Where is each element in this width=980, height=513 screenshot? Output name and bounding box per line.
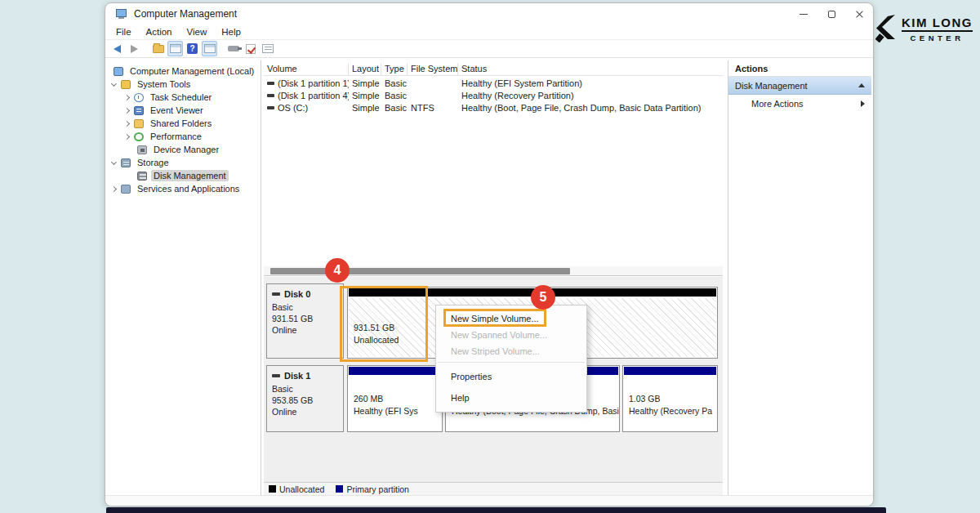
tree-item-services-applications[interactable]: Services and Applications — [105, 182, 261, 195]
actions-header: Actions — [728, 60, 871, 77]
menu-action[interactable]: Action — [139, 27, 180, 37]
tree-root-label: Computer Management (Local) — [127, 65, 256, 77]
menu-item-help[interactable]: Help — [436, 387, 586, 408]
tree-item-task-scheduler[interactable]: Task Scheduler — [105, 91, 261, 104]
volume-icon — [267, 82, 274, 85]
disk0-label[interactable]: Disk 0 Basic 931.51 GB Online — [266, 283, 344, 359]
help-button[interactable]: ? — [185, 41, 200, 56]
minimize-icon — [800, 14, 808, 15]
volume-fs: NTFS — [408, 103, 458, 113]
attach-vhd-button[interactable] — [225, 41, 241, 56]
column-volume[interactable]: Volume — [264, 63, 349, 75]
disk0-kind: Basic — [272, 301, 343, 313]
column-layout[interactable]: Layout — [349, 63, 381, 75]
tree-item-shared-folders[interactable]: Shared Folders — [105, 117, 261, 130]
menu-help[interactable]: Help — [214, 27, 248, 37]
minimize-button[interactable] — [790, 3, 817, 25]
watermark-line2: CENTER — [910, 33, 964, 42]
list-view-icon — [262, 44, 274, 53]
page: Computer Management File Action View Hel… — [0, 0, 980, 513]
tree-item-device-manager[interactable]: Device Manager — [105, 143, 261, 156]
volume-name: (Disk 1 partition 1) — [278, 78, 349, 88]
status-bar — [105, 495, 873, 506]
menu-view[interactable]: View — [180, 27, 215, 37]
tree-item-event-viewer[interactable]: Event Viewer — [105, 104, 261, 117]
volume-name: OS (C:) — [278, 103, 308, 113]
highlight-unallocated-rect — [340, 286, 428, 362]
up-level-button[interactable] — [150, 41, 166, 56]
show-console-tree-button[interactable] — [167, 41, 183, 56]
show-action-pane-button[interactable] — [202, 41, 217, 56]
column-type[interactable]: Type — [381, 63, 408, 75]
console-window-icon — [170, 44, 181, 53]
volume-layout: Simple — [349, 91, 381, 100]
toolbar: ? — [105, 39, 873, 58]
computer-icon — [114, 67, 123, 76]
properties-view-button[interactable] — [260, 41, 275, 56]
tree-item-label: Task Scheduler — [148, 91, 214, 103]
chevron-right-icon[interactable] — [124, 94, 130, 100]
chevron-right-icon[interactable] — [124, 133, 130, 139]
tool-icon — [228, 46, 239, 51]
column-status[interactable]: Status — [458, 63, 723, 75]
tree-item-disk-management[interactable]: Disk Management — [105, 169, 261, 182]
chevron-down-icon[interactable] — [111, 80, 117, 86]
highlight-new-simple-volume-rect — [443, 309, 546, 327]
check-disk-button[interactable] — [243, 41, 258, 56]
actions-disk-management[interactable]: Disk Management — [728, 77, 871, 95]
column-file-system[interactable]: File System — [408, 63, 458, 75]
volume-icon — [267, 94, 274, 97]
tree-item-label: Performance — [148, 131, 204, 142]
disk-icon — [272, 292, 280, 296]
tree-item-storage[interactable]: Storage — [105, 156, 261, 169]
disk1-label[interactable]: Disk 1 Basic 953.85 GB Online — [266, 365, 344, 432]
disk1-p3-size: 1.03 GB — [629, 393, 712, 405]
more-actions[interactable]: More Actions — [728, 95, 871, 113]
chevron-right-icon[interactable] — [111, 185, 117, 191]
volume-row[interactable]: (Disk 1 partition 4) Simple Basic Health… — [264, 89, 723, 101]
collapse-icon[interactable] — [858, 83, 865, 87]
tree-item-performance[interactable]: Performance — [105, 130, 261, 143]
chevron-right-icon[interactable] — [124, 120, 130, 126]
watermark-logo: KIM LONG CENTER — [875, 15, 973, 42]
disk1-partition-efi[interactable]: 260 MB Healthy (EFI Sys — [347, 365, 443, 432]
scrollbar-thumb[interactable] — [270, 268, 570, 274]
disk1-partition-recovery[interactable]: 1.03 GB Healthy (Recovery Pa — [622, 365, 718, 432]
chevron-right-icon[interactable] — [124, 107, 130, 113]
volume-row[interactable]: OS (C:) Simple Basic NTFS Healthy (Boot,… — [264, 101, 723, 114]
actions-title-label: Disk Management — [735, 81, 858, 91]
forward-button[interactable] — [127, 41, 142, 56]
back-button[interactable] — [109, 41, 125, 56]
computer-management-window: Computer Management File Action View Hel… — [105, 2, 874, 506]
tree-item-label: Event Viewer — [148, 105, 206, 116]
volume-name: (Disk 1 partition 4) — [278, 91, 349, 100]
tree-item-label: Shared Folders — [148, 118, 214, 129]
disk1-state: Online — [272, 406, 343, 417]
menu-file[interactable]: File — [105, 27, 139, 37]
close-button[interactable] — [845, 3, 873, 25]
volume-type: Basic — [381, 103, 408, 113]
app-icon — [116, 9, 128, 20]
menu-item-properties[interactable]: Properties — [436, 366, 586, 387]
tree-item-root[interactable]: Computer Management (Local) — [105, 65, 261, 78]
volume-icon — [267, 106, 274, 109]
volume-type: Basic — [381, 78, 408, 88]
watermark-line1: KIM LONG — [902, 16, 973, 32]
volume-status: Healthy (EFI System Partition) — [458, 78, 723, 88]
disk1-kind: Basic — [272, 383, 343, 395]
volume-row[interactable]: (Disk 1 partition 1) Simple Basic Health… — [264, 77, 723, 89]
maximize-button[interactable] — [817, 3, 845, 25]
disk-icon — [272, 374, 280, 377]
primary-partition-swatch — [336, 485, 343, 493]
checkmark-icon — [246, 44, 256, 54]
actions-pane: Actions Disk Management More Actions — [728, 60, 871, 495]
back-icon — [114, 45, 121, 53]
task-scheduler-icon — [134, 93, 144, 102]
chevron-down-icon[interactable] — [111, 158, 117, 164]
primary-partition-stripe — [349, 367, 441, 375]
window-title: Computer Management — [134, 8, 237, 20]
disk1-name: Disk 1 — [284, 370, 310, 381]
tree-item-system-tools[interactable]: System Tools — [105, 78, 261, 91]
legend-primary-label: Primary partition — [346, 484, 408, 494]
disk0-state: Online — [272, 324, 343, 336]
